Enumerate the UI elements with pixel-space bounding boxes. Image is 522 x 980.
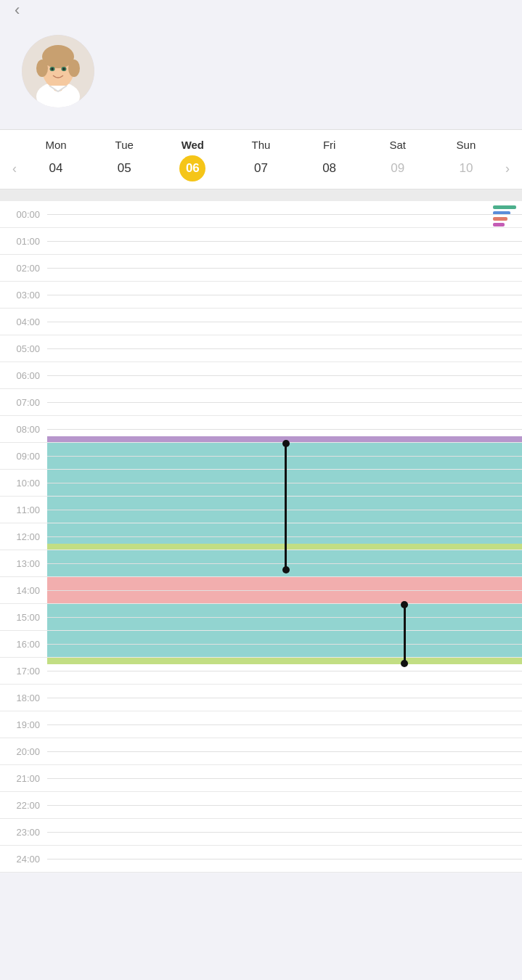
- date-col-fri[interactable]: 08: [295, 155, 364, 181]
- time-label: 22:00: [0, 800, 47, 811]
- day-col-sat[interactable]: Sat: [364, 130, 432, 155]
- schedule-line: [47, 671, 522, 671]
- schedule-row-1900: 19:00: [0, 711, 522, 738]
- schedule-row-1300: 13:00: [0, 550, 522, 577]
- schedule-row-1800: 18:00: [0, 685, 522, 711]
- date-col-mon[interactable]: 04: [22, 155, 90, 181]
- schedule-row-1500: 15:00: [0, 604, 522, 631]
- day-name-label: Thu: [252, 139, 271, 151]
- time-label: 10:00: [0, 478, 47, 489]
- schedule-row-0100: 01:00: [0, 228, 522, 255]
- time-label: 05:00: [0, 343, 47, 354]
- day-col-fri[interactable]: Fri: [295, 130, 364, 155]
- schedule-line: [47, 214, 522, 215]
- day-names-row: MonTueWedThuFriSatSun: [0, 130, 522, 155]
- date-col-wed[interactable]: 06: [158, 155, 227, 181]
- day-picker: MonTueWedThuFriSatSun ‹ 04050607080910 ›: [0, 129, 522, 189]
- time-label: 04:00: [0, 317, 47, 327]
- prev-arrow-dates[interactable]: ‹: [7, 161, 22, 176]
- date-num: 10: [453, 155, 479, 181]
- time-label: 15:00: [0, 612, 47, 623]
- schedule-line: [47, 268, 522, 269]
- schedule-row-0200: 02:00: [0, 255, 522, 282]
- back-button[interactable]: ‹: [15, 1, 20, 20]
- schedule-row-2400: 24:00: [0, 846, 522, 873]
- day-dates-inner: 04050607080910: [22, 155, 500, 181]
- day-name-label: Fri: [323, 139, 336, 151]
- schedule-row-0500: 05:00: [0, 335, 522, 362]
- schedule-row-0000: 00:00: [0, 201, 522, 228]
- schedule-line: [47, 644, 522, 645]
- time-label: 08:00: [0, 424, 47, 435]
- schedule-line: [47, 456, 522, 457]
- schedule-line: [47, 563, 522, 564]
- day-col-tue[interactable]: Tue: [90, 130, 158, 155]
- schedule-line: [47, 859, 522, 859]
- day-col-wed[interactable]: Wed: [158, 130, 227, 155]
- time-label: 02:00: [0, 263, 47, 274]
- time-label: 14:00: [0, 585, 47, 596]
- schedule-row-2100: 21:00: [0, 765, 522, 792]
- schedule-line: [47, 322, 522, 322]
- day-col-mon[interactable]: Mon: [22, 130, 90, 155]
- schedule-line: [47, 510, 522, 510]
- time-label: 21:00: [0, 773, 47, 784]
- schedule-line: [47, 778, 522, 779]
- date-num: 09: [385, 155, 411, 181]
- schedule-row-1000: 10:00: [0, 470, 522, 497]
- time-label: 13:00: [0, 558, 47, 569]
- schedule-line: [47, 483, 522, 483]
- svg-point-6: [68, 60, 80, 77]
- day-col-thu[interactable]: Thu: [227, 130, 295, 155]
- day-name-label: Sat: [390, 139, 407, 151]
- time-label: 01:00: [0, 236, 47, 247]
- time-label: 06:00: [0, 370, 47, 381]
- day-col-sun[interactable]: Sun: [432, 130, 500, 155]
- date-col-sun[interactable]: 10: [432, 155, 500, 181]
- date-col-sat[interactable]: 09: [364, 155, 432, 181]
- schedule-line: [47, 832, 522, 833]
- schedule-row-0800: 08:00: [0, 416, 522, 443]
- schedule-row-0400: 04:00: [0, 309, 522, 335]
- header: ‹: [0, 0, 522, 20]
- schedule-line: [47, 617, 522, 618]
- time-label: 09:00: [0, 451, 47, 462]
- time-label: 19:00: [0, 719, 47, 730]
- schedule-row-1400: 14:00: [0, 577, 522, 604]
- schedule-row-0700: 07:00: [0, 389, 522, 416]
- day-name-label: Sun: [457, 139, 476, 151]
- schedule-row-1200: 12:00: [0, 523, 522, 550]
- schedule-line: [47, 805, 522, 806]
- schedule-row-1100: 11:00: [0, 497, 522, 523]
- schedule-row-0600: 06:00: [0, 362, 522, 389]
- svg-point-10: [63, 68, 65, 70]
- schedule-line: [47, 348, 522, 349]
- schedule-row-1700: 17:00: [0, 658, 522, 685]
- date-col-tue[interactable]: 05: [90, 155, 158, 181]
- day-name-label: Wed: [182, 139, 204, 151]
- schedule-line: [47, 536, 522, 537]
- schedule-row-2300: 23:00: [0, 819, 522, 846]
- time-label: 23:00: [0, 827, 47, 838]
- time-label: 07:00: [0, 397, 47, 408]
- schedule-line: [47, 751, 522, 752]
- schedule-line: [47, 375, 522, 376]
- date-num: 04: [43, 155, 69, 181]
- time-label: 11:00: [0, 505, 47, 515]
- schedule-line: [47, 402, 522, 403]
- schedule-line: [47, 724, 522, 725]
- schedule-row-0900: 09:00: [0, 443, 522, 470]
- date-num: 08: [317, 155, 343, 181]
- avatar: [22, 35, 94, 107]
- day-name-label: Mon: [45, 139, 66, 151]
- time-label: 17:00: [0, 666, 47, 677]
- time-label: 03:00: [0, 290, 47, 301]
- schedule-row-1600: 16:00: [0, 631, 522, 658]
- date-col-thu[interactable]: 07: [227, 155, 295, 181]
- day-dates-row: ‹ 04050607080910 ›: [0, 155, 522, 189]
- schedule-grid: 00:0001:0002:0003:0004:0005:0006:0007:00…: [0, 201, 522, 873]
- schedule-line: [47, 295, 522, 295]
- svg-point-5: [36, 60, 48, 77]
- next-arrow-dates[interactable]: ›: [500, 161, 515, 176]
- schedule-line: [47, 241, 522, 242]
